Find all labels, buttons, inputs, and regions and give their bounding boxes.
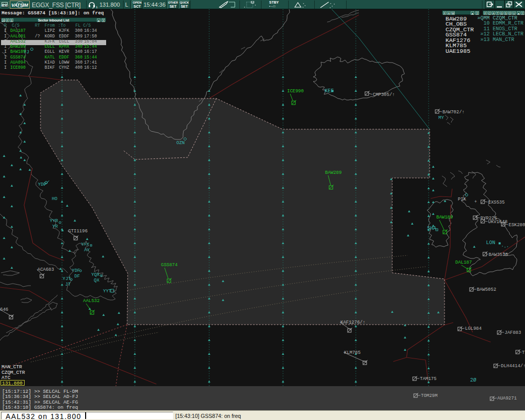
svg-text:2Ø: 2Ø	[470, 377, 476, 383]
svg-text:YYT: YYT	[103, 289, 112, 294]
svg-text:BAW702/↑: BAW702/↑	[442, 110, 465, 115]
svg-text:AAL532: AAL532	[83, 298, 99, 304]
svg-text:MY: MY	[438, 115, 444, 121]
svg-text:VATSIM: VATSIM	[11, 3, 28, 8]
svg-text:AY: AY	[84, 248, 90, 253]
svg-text:DAL187: DAL187	[455, 260, 472, 265]
svg-text:LON: LON	[486, 240, 495, 246]
svg-text:DF: DF	[74, 274, 80, 279]
svg-text:JAF883: JAF883	[504, 330, 521, 335]
svg-text:LGL984: LGL984	[465, 326, 481, 331]
svg-text:ATC: ATC	[2, 375, 10, 381]
svg-text:ICE990: ICE990	[287, 89, 304, 94]
svg-text:KAF1276/↑: KAF1276/↑	[340, 320, 366, 325]
svg-text:YYR: YYR	[50, 218, 58, 224]
svg-text:YAY: YAY	[81, 242, 90, 247]
svg-text:UKV1648: UKV1648	[488, 219, 508, 225]
svg-text:QX: QX	[94, 278, 99, 283]
svg-text:TOM29M: TOM29M	[421, 393, 437, 398]
svg-text:YQX: YQX	[91, 272, 100, 277]
svg-text:[15:43:10] GSS874: on freq: [15:43:10] GSS874: on freq	[2, 405, 78, 410]
svg-text:YDF: YDF	[72, 268, 80, 273]
svg-text:JT: JT	[65, 282, 71, 287]
svg-text:BAW3516: BAW3516	[489, 252, 508, 257]
svg-text:YJT: YJT	[63, 276, 71, 282]
svg-text:YR: YR	[52, 224, 58, 229]
svg-text:ESK280: ESK280	[509, 223, 525, 228]
svg-text:[15:17:12] >> SELCAL FL-DM: [15:17:12] >> SELCAL FL-DM	[2, 389, 78, 394]
svg-text:EXS535: EXS535	[488, 200, 504, 205]
svg-text:TAM175: TAM175	[420, 376, 436, 382]
svg-text:PIK: PIK	[458, 197, 467, 202]
svg-text:ACA683: ACA683	[37, 267, 54, 272]
svg-text:CZQM_CTR: CZQM_CTR	[2, 370, 25, 375]
svg-text:646: 646	[0, 307, 8, 312]
svg-text:AUA9271: AUA9271	[497, 396, 517, 401]
svg-text:GSS874: GSS874	[161, 263, 177, 268]
svg-text:T: T	[522, 350, 525, 355]
svg-text:KLM785: KLM785	[344, 350, 360, 355]
svg-text:1: 1	[96, 6, 98, 9]
svg-text:BAW5052: BAW5052	[477, 287, 496, 292]
svg-text:131.800: 131.800	[2, 381, 23, 386]
svg-text:CMP305/↑: CMP305/↑	[373, 92, 395, 97]
svg-text:[15:42:31] >> SELCAL AE-FG: [15:42:31] >> SELCAL AE-FG	[2, 399, 78, 405]
svg-text:MAN_CTR: MAN_CTR	[2, 364, 22, 370]
svg-text:HO: HO	[52, 196, 57, 202]
svg-text:OZN: OZN	[176, 141, 185, 146]
svg-text:[15:36:34] >> SELCAL AD-FJ: [15:36:34] >> SELCAL AD-FJ	[2, 394, 78, 399]
svg-text:+: +	[474, 199, 477, 205]
svg-text:SHA: SHA	[427, 226, 436, 231]
svg-text:DLH4414/↑: DLH4414/↑	[501, 364, 525, 369]
svg-text:BAW289: BAW289	[325, 170, 341, 175]
svg-text:BAW189: BAW189	[436, 215, 453, 220]
